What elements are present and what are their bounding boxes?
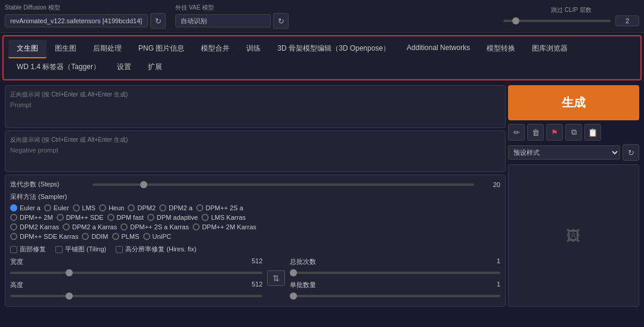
tab-convert[interactable]: 模型转换: [478, 40, 524, 58]
batch-size-slider[interactable]: [290, 295, 500, 297]
size-batch-row: 宽度 512 高度 512 ⇅: [10, 257, 500, 299]
sampler-dpmpp-sde[interactable]: DPM++ SDE: [57, 214, 104, 221]
clip-value-input[interactable]: 2: [615, 15, 639, 26]
hires-fix-check[interactable]: 高分辨率修复 (Hires. fix): [116, 245, 196, 254]
face-restore-check[interactable]: 面部修复: [10, 245, 46, 254]
tabs-row2: WD 1.4 标签器（Tagger） 设置 扩展: [8, 58, 636, 76]
vae-refresh-btn[interactable]: ↻: [273, 13, 289, 29]
tab-settings[interactable]: 设置: [109, 58, 140, 76]
steps-slider[interactable]: [92, 183, 474, 186]
swap-btn[interactable]: ⇅: [267, 270, 285, 286]
sampler-dpmpp2s-karras[interactable]: DPM++ 2S a Karras: [120, 223, 188, 231]
checkbox-row: 面部修复 平铺图 (Tiling) 高分辨率修复 (Hires. fix): [10, 245, 500, 254]
sampler-dpm-adaptive[interactable]: DPM adaptive: [147, 214, 198, 221]
sampler-dpm2a-karras[interactable]: DPM2 a Karras: [63, 223, 117, 231]
tabs-container: 文生图 图生图 后期处理 PNG 图片信息 模型合并 训练 3D 骨架模型编辑（…: [2, 35, 642, 80]
params-section: 迭代步数 (Steps) 20 采样方法 (Sampler) Euler a E…: [5, 175, 506, 307]
vae-select-row: 自动识别 ↻: [175, 13, 289, 29]
sampler-dpm-fast[interactable]: DPM fast: [107, 214, 144, 221]
tab-extras[interactable]: 后期处理: [85, 40, 130, 58]
sampler-dpm2[interactable]: DPM2: [128, 204, 156, 211]
toolbar-row: ✏ 🗑 ⚑ ⧉ 📋: [508, 124, 639, 141]
top-bar: Stable Diffusion 模型 revAnimated_v122.saf…: [0, 0, 644, 33]
preset-select[interactable]: 预设样式: [508, 145, 620, 160]
height-group: 高度 512: [10, 281, 262, 299]
tab-extensions[interactable]: 扩展: [140, 58, 171, 76]
radio-euler-dot: [44, 204, 51, 211]
generate-button[interactable]: 生成: [508, 85, 639, 120]
copy-btn[interactable]: ⧉: [565, 124, 582, 141]
tabs-row: 文生图 图生图 后期处理 PNG 图片信息 模型合并 训练 3D 骨架模型编辑（…: [8, 40, 636, 58]
radio-dpmpp2s-dot: [196, 204, 203, 211]
sampler-euler[interactable]: Euler: [44, 204, 69, 211]
tiling-check[interactable]: 平铺图 (Tiling): [55, 245, 106, 254]
sampler-heun[interactable]: Heun: [99, 204, 124, 211]
tab-browser[interactable]: 图库浏览器: [524, 40, 576, 58]
negative-prompt-input[interactable]: [10, 147, 500, 161]
width-label-row: 宽度 512: [10, 257, 262, 266]
sampler-lms[interactable]: LMS: [73, 204, 96, 211]
sampler-dpm2-karras[interactable]: DPM2 Karras: [10, 223, 59, 231]
sampler-row4: DPM++ SDE Karras DDIM PLMS UniPC: [10, 233, 500, 240]
edit-btn[interactable]: ✏: [508, 124, 525, 141]
positive-prompt-input[interactable]: [10, 101, 500, 123]
model-refresh-btn[interactable]: ↻: [150, 13, 166, 29]
height-slider[interactable]: [10, 295, 262, 297]
sampler-lms-karras[interactable]: LMS Karras: [202, 214, 246, 221]
steps-row: 迭代步数 (Steps) 20: [10, 180, 500, 189]
batch-size-group: 单批数量 1: [290, 281, 500, 299]
batch-group-container: 总批次数 1 单批数量 1: [290, 257, 500, 299]
tab-additional[interactable]: Additional Networks: [398, 40, 478, 58]
tab-img2img[interactable]: 图生图: [47, 40, 85, 58]
height-label-row: 高度 512: [10, 281, 262, 289]
paste-btn[interactable]: 📋: [584, 124, 601, 141]
tab-txt2img[interactable]: 文生图: [8, 40, 47, 58]
steps-value: 20: [479, 181, 500, 188]
sampler-dpmpp-sde-karras[interactable]: DPM++ SDE Karras: [10, 233, 78, 240]
sampler-row1: Euler a Euler LMS Heun DPM2 DPM2 a DPM++…: [10, 204, 500, 211]
sampler-dpmpp2s[interactable]: DPM++ 2S a: [196, 204, 243, 211]
sampler-dpmpp2m-karras[interactable]: DPM++ 2M Karras: [193, 223, 256, 231]
tab-merge[interactable]: 模型合并: [193, 40, 238, 58]
sampler-row2: DPM++ 2M DPM++ SDE DPM fast DPM adaptive…: [10, 214, 500, 221]
clip-label: 跳过 CLIP 层数: [551, 6, 592, 14]
sampler-ddim[interactable]: DDIM: [82, 233, 108, 240]
sampler-dpm2-a[interactable]: DPM2 a: [159, 204, 193, 211]
tab-tagger[interactable]: WD 1.4 标签器（Tagger）: [8, 58, 109, 76]
flag-btn[interactable]: ⚑: [546, 124, 563, 141]
vae-label: 外挂 VAE 模型: [175, 4, 289, 12]
clip-section: 跳过 CLIP 层数 2: [503, 6, 639, 26]
positive-prompt-hint: 正向提示词 (按 Ctrl+Enter 或 Alt+Enter 生成): [10, 91, 500, 99]
positive-prompt-box: 正向提示词 (按 Ctrl+Enter 或 Alt+Enter 生成): [5, 85, 506, 128]
left-panel: 正向提示词 (按 Ctrl+Enter 或 Alt+Enter 生成) 反向提示…: [5, 85, 506, 307]
sampler-dpmpp2m[interactable]: DPM++ 2M: [10, 214, 53, 221]
image-preview: 🖼: [508, 164, 639, 307]
sampler-label: 采样方法 (Sampler): [10, 192, 500, 201]
vae-select[interactable]: 自动识别: [175, 14, 271, 27]
model-select[interactable]: revAnimated_v122.safetensors [4199bcdd14…: [5, 14, 148, 27]
width-group: 宽度 512: [10, 257, 262, 276]
sampler-unipc[interactable]: UniPC: [143, 233, 172, 240]
clip-slider[interactable]: [503, 20, 611, 22]
clip-slider-row: 2: [503, 15, 639, 26]
radio-lms-dot: [73, 204, 80, 211]
delete-btn[interactable]: 🗑: [527, 124, 544, 141]
tiling-box: [55, 246, 63, 253]
batch-count-label-row: 总批次数 1: [290, 257, 500, 266]
size-group: 宽度 512 高度 512: [10, 257, 262, 299]
sampler-euler-a[interactable]: Euler a: [10, 204, 41, 211]
batch-count-slider[interactable]: [290, 272, 500, 274]
model-section: Stable Diffusion 模型 revAnimated_v122.saf…: [5, 4, 166, 29]
preset-refresh-btn[interactable]: ↻: [623, 144, 639, 161]
right-panel: 生成 ✏ 🗑 ⚑ ⧉ 📋 预设样式 ↻ 🖼: [508, 85, 639, 307]
radio-dpm2-dot: [128, 204, 135, 211]
model-label: Stable Diffusion 模型: [5, 4, 166, 12]
vae-section: 外挂 VAE 模型 自动识别 ↻: [175, 4, 289, 29]
tab-pnginfo[interactable]: PNG 图片信息: [130, 40, 193, 58]
sampler-plms[interactable]: PLMS: [112, 233, 140, 240]
tab-train[interactable]: 训练: [238, 40, 269, 58]
negative-prompt-box: 反向提示词 (按 Ctrl+Enter 或 Alt+Enter 生成): [5, 130, 506, 172]
tab-openpose[interactable]: 3D 骨架模型编辑（3D Openpose）: [269, 40, 398, 58]
width-slider[interactable]: [10, 272, 262, 274]
batch-size-label-row: 单批数量 1: [290, 281, 500, 289]
